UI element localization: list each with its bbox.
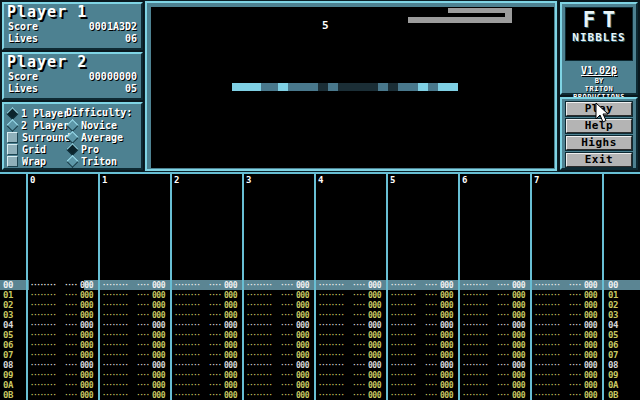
volume-dots: ···· <box>208 391 221 399</box>
checkbox-surround[interactable]: Surround <box>6 131 66 143</box>
note-dots: ········ <box>534 361 560 369</box>
checkbox-wrap[interactable]: Wrap <box>6 156 66 168</box>
volume-dots: ···· <box>136 361 149 369</box>
note-dots: ········ <box>534 321 560 329</box>
volume-dots: ···· <box>424 381 437 389</box>
note-dots: ········ <box>390 391 416 399</box>
pattern-cell: ············000 <box>386 301 458 310</box>
difficulty-radio-novice[interactable]: Novice <box>66 119 139 131</box>
difficulty-radio-pro[interactable]: Pro <box>66 144 139 156</box>
effect-zeros: 000 <box>512 341 525 350</box>
player1-title: Player 1 <box>4 4 141 21</box>
highs-button[interactable]: Highs <box>566 136 632 150</box>
effect-zeros: 000 <box>80 361 93 370</box>
row-number-right: 09 <box>602 370 640 380</box>
radio-label: Average <box>81 132 123 143</box>
effect-zeros: 000 <box>440 311 453 320</box>
effect-zeros: 000 <box>368 351 381 360</box>
pattern-cell: ············000 <box>530 281 602 290</box>
effect-zeros: 000 <box>584 311 597 320</box>
pattern-cell: ············000 <box>314 311 386 320</box>
pattern-cell: ············000 <box>458 281 530 290</box>
pattern-cell: ············000 <box>530 371 602 380</box>
effect-zeros: 000 <box>368 291 381 300</box>
volume-dots: ···· <box>208 291 221 299</box>
logo-ft-text: FT <box>566 8 632 32</box>
pattern-cell: ············000 <box>530 381 602 390</box>
difficulty-radio-triton[interactable]: Triton <box>66 156 139 168</box>
pattern-row-02: 02············000············000········… <box>0 300 640 310</box>
checkbox-grid[interactable]: Grid <box>6 144 66 156</box>
effect-zeros: 000 <box>152 361 165 370</box>
pattern-cell: ············000 <box>458 301 530 310</box>
note-dots: ········ <box>174 361 200 369</box>
player1-score-label: Score <box>8 21 38 33</box>
effect-zeros: 000 <box>512 371 525 380</box>
pattern-cell: ············000 <box>98 311 170 320</box>
pattern-cell: ············000 <box>458 391 530 400</box>
note-dots: ········ <box>534 291 560 299</box>
volume-dots: ···· <box>64 291 77 299</box>
pattern-cell: ············000 <box>170 281 242 290</box>
effect-zeros: 000 <box>512 321 525 330</box>
volume-dots: ···· <box>208 351 221 359</box>
note-dots: ········ <box>246 391 272 399</box>
mode-radio-1-player[interactable]: 1 Player <box>6 107 66 119</box>
volume-dots: ···· <box>208 381 221 389</box>
pattern-cell: ············000 <box>26 331 98 340</box>
note-dots: ········ <box>246 321 272 329</box>
volume-dots: ···· <box>280 341 293 349</box>
row-number-left: 02 <box>0 300 26 310</box>
volume-dots: ···· <box>136 351 149 359</box>
note-dots: ········ <box>462 321 488 329</box>
effect-zeros: 000 <box>440 351 453 360</box>
note-dots: ········ <box>246 291 272 299</box>
radio-diamond-icon <box>6 107 19 120</box>
effect-zeros: 000 <box>368 311 381 320</box>
row-number-left: 01 <box>0 290 26 300</box>
version-label: V1.02β <box>562 64 636 77</box>
pattern-cell: ············000 <box>386 381 458 390</box>
channel-separator <box>602 174 604 400</box>
channel-separator <box>458 174 460 400</box>
row-number-left: 03 <box>0 310 26 320</box>
volume-dots: ···· <box>208 341 221 349</box>
note-dots: ········ <box>534 331 560 339</box>
note-dots: ········ <box>462 371 488 379</box>
row-number-left: 05 <box>0 330 26 340</box>
note-dots: ········ <box>318 361 344 369</box>
volume-dots: ···· <box>424 391 437 399</box>
note-dots: ········ <box>246 361 272 369</box>
logo-nibbles-text: NIBBLES <box>566 32 632 44</box>
radio-diamond-icon <box>66 155 79 168</box>
row-number-left: 06 <box>0 340 26 350</box>
note-dots: ········ <box>318 301 344 309</box>
exit-button[interactable]: Exit <box>566 153 632 167</box>
note-dots: ········ <box>102 371 128 379</box>
effect-zeros: 000 <box>512 301 525 310</box>
player2-title: Player 2 <box>4 54 141 71</box>
volume-dots: ···· <box>424 311 437 319</box>
effect-zeros: 000 <box>368 361 381 370</box>
note-dots: ········ <box>534 281 560 289</box>
pattern-cell: ············000 <box>386 351 458 360</box>
pattern-cell: ············000 <box>242 381 314 390</box>
effect-zeros: 000 <box>440 381 453 390</box>
effect-zeros: 000 <box>80 281 93 290</box>
mode-radio-2-players[interactable]: 2 Players <box>6 119 66 131</box>
pattern-cell: ············000 <box>458 331 530 340</box>
volume-dots: ···· <box>136 371 149 379</box>
pattern-cell: ············000 <box>242 341 314 350</box>
pattern-cell: ············000 <box>170 371 242 380</box>
note-dots: ········ <box>102 321 128 329</box>
effect-zeros: 000 <box>512 391 525 400</box>
pattern-cell: ············000 <box>314 391 386 400</box>
note-dots: ········ <box>174 391 200 399</box>
note-dots: ········ <box>318 351 344 359</box>
snake-segment <box>318 83 328 91</box>
volume-dots: ···· <box>496 311 509 319</box>
note-dots: ········ <box>102 361 128 369</box>
pattern-cell: ············000 <box>26 301 98 310</box>
snake-segment <box>338 83 378 91</box>
difficulty-radio-average[interactable]: Average <box>66 131 139 143</box>
